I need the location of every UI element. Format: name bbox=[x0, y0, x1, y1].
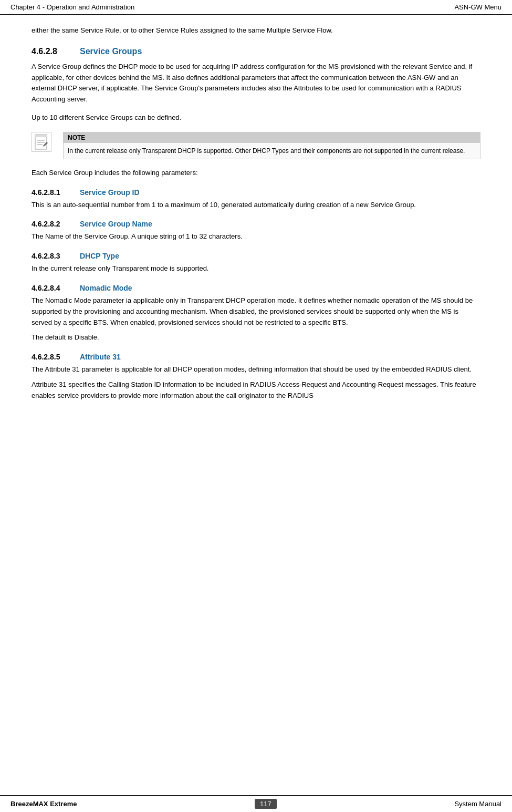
header-chapter: Chapter 4 - Operation and Administration bbox=[11, 3, 134, 11]
section-46281-heading: 4.6.2.8.1 Service Group ID bbox=[32, 188, 480, 197]
section-4628-body2: Up to 10 different Service Groups can be… bbox=[32, 112, 480, 124]
section-4628-body3: Each Service Group includes the followin… bbox=[32, 168, 480, 179]
footer-manual: System Manual bbox=[454, 800, 501, 808]
section-46281-num: 4.6.2.8.1 bbox=[32, 188, 74, 197]
section-46285-heading: 4.6.2.8.5 Attribute 31 bbox=[32, 353, 480, 361]
note-label: NOTE bbox=[64, 132, 480, 143]
section-46285-body1: The Attribute 31 parameter is applicable… bbox=[32, 364, 480, 375]
intro-paragraph: either the same Service Rule, or to othe… bbox=[32, 25, 480, 36]
section-46283-heading: 4.6.2.8.3 DHCP Type bbox=[32, 252, 480, 260]
section-46285-title: Attribute 31 bbox=[80, 353, 121, 361]
section-46283-num: 4.6.2.8.3 bbox=[32, 252, 74, 260]
footer-brand: BreezeMAX Extreme bbox=[11, 800, 77, 808]
note-content: NOTE In the current release only Transpa… bbox=[63, 132, 480, 159]
page-header: Chapter 4 - Operation and Administration… bbox=[0, 0, 512, 15]
section-46281-title: Service Group ID bbox=[80, 188, 140, 197]
section-46283-title: DHCP Type bbox=[80, 252, 119, 260]
section-46284: 4.6.2.8.4 Nomadic Mode The Nomadic Mode … bbox=[32, 284, 480, 343]
section-46283-body: In the current release only Transparent … bbox=[32, 263, 480, 274]
section-46284-num: 4.6.2.8.4 bbox=[32, 284, 74, 292]
section-46285: 4.6.2.8.5 Attribute 31 The Attribute 31 … bbox=[32, 353, 480, 401]
section-4628-heading: 4.6.2.8 Service Groups bbox=[32, 47, 480, 56]
section-46284-body1: The Nomadic Mode parameter ia applicable… bbox=[32, 295, 480, 328]
section-46281-body: This is an auto-sequential number from 1… bbox=[32, 200, 480, 211]
section-46285-num: 4.6.2.8.5 bbox=[32, 353, 74, 361]
section-46283: 4.6.2.8.3 DHCP Type In the current relea… bbox=[32, 252, 480, 274]
section-46281: 4.6.2.8.1 Service Group ID This is an au… bbox=[32, 188, 480, 211]
section-46284-title: Nomadic Mode bbox=[80, 284, 132, 292]
section-46285-body2: Attribute 31 specifies the Calling Stati… bbox=[32, 379, 480, 402]
footer-page-num: 117 bbox=[255, 799, 277, 809]
note-box: NOTE In the current release only Transpa… bbox=[32, 132, 480, 159]
section-4628-num: 4.6.2.8 bbox=[32, 47, 74, 56]
section-46282-title: Service Group Name bbox=[80, 220, 152, 228]
section-46282-num: 4.6.2.8.2 bbox=[32, 220, 74, 228]
note-text: In the current release only Transparent … bbox=[64, 143, 480, 159]
pencil-icon bbox=[32, 132, 51, 152]
note-icon-area bbox=[32, 132, 58, 152]
page-content: either the same Service Rule, or to othe… bbox=[0, 15, 512, 437]
section-4628-body1: A Service Group defines the DHCP mode to… bbox=[32, 61, 480, 105]
section-46282: 4.6.2.8.2 Service Group Name The Name of… bbox=[32, 220, 480, 242]
svg-rect-1 bbox=[35, 135, 47, 137]
section-46282-body: The Name of the Service Group. A unique … bbox=[32, 231, 480, 242]
section-46282-heading: 4.6.2.8.2 Service Group Name bbox=[32, 220, 480, 228]
header-doc: ASN-GW Menu bbox=[454, 3, 501, 11]
notepad-svg bbox=[33, 133, 50, 150]
section-4628-title: Service Groups bbox=[80, 47, 142, 56]
section-46284-body2: The default is Disable. bbox=[32, 332, 480, 343]
page-footer: BreezeMAX Extreme 117 System Manual bbox=[0, 795, 512, 812]
section-46284-heading: 4.6.2.8.4 Nomadic Mode bbox=[32, 284, 480, 292]
